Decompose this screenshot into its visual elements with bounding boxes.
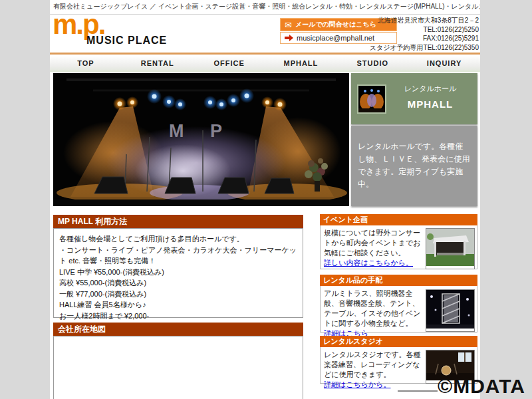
watermark-line [398,390,438,392]
company-fax: FAX:0126(25)5291 [370,34,479,43]
rental-goods-text: アルミトラス、照明機器全般、音響機器全般、テント、テーブル、イスその他イベントに… [324,289,421,327]
arrow-icon [285,35,293,41]
logo-text: MUSIC PLACE [86,35,167,47]
hall-info-line: ・コンサート・ライブ・ピアノ発表会・カラオケ大会・フリーマーケット etc. 音… [59,245,297,267]
hall-info-line: お一人様2時間まで ¥2,000- [59,311,297,322]
hall-info-line: 一般 ¥77,000-(消費税込み) [59,289,297,300]
map-heading: 会社所在地図 [53,323,303,336]
mail-button-label: メールでの問合せはこちら [295,20,376,29]
main-nav: TOP RENTAL OFFICE MPHALL STUDIO INQUIRY [50,56,480,72]
envelope-icon: ✉ [285,21,292,29]
outdoor-stage-photo [426,228,475,269]
event-planning-body: 規模については野外コンサートから町内会イベントまでお気軽にご相談ください。 詳し… [320,225,477,269]
event-planning-text: 規模については野外コンサートから町内会イベントまでお気軽にご相談ください。 [324,229,421,257]
map-placeholder [53,336,303,399]
nav-item-top[interactable]: TOP [50,56,122,70]
rental-studio-text: レンタルスタジオです。各種楽器練習、レコーディングなどに使用できます。 [324,350,421,378]
breadcrumb: 有限会社ミュージックプレイス ／ イベント企画・ステージ設営・音響・照明・総合レ… [50,0,480,15]
hall-info-line: LIVE 中学 ¥55,000-(消費税込み) [59,267,297,278]
hall-info-heading: MP HALL 利用方法 [53,215,303,228]
nav-item-inquiry[interactable]: INQUIRY [408,56,480,70]
rental-studio-heading: レンタルスタジオ [320,336,477,347]
rental-goods-heading: レンタル品の手配 [320,275,477,286]
company-contact-block: 北海道岩見沢市大和3条8丁目2－2 TEL:0126(22)5250 FAX:0… [370,16,479,52]
rental-goods-body: アルミトラス、照明機器全般、音響機器全般、テント、テーブル、イスその他イベントに… [320,286,477,332]
event-planning-link[interactable]: 詳しい内容はこちらから。 [324,258,413,268]
hall-info-line: HALL練習 会員5名様から♪ [59,299,297,311]
rental-hall-banner[interactable]: レンタルホール MPHALL [351,73,477,124]
header-divider [50,53,480,55]
hall-description: レンタルホールです。各種催し物、ＬＩＶＥ、発表会に使用できます。定期ライブも実施… [351,126,477,206]
stage-photo: M P [53,73,349,206]
hall-banner-label: レンタルホール [387,84,473,94]
nav-item-studio[interactable]: STUDIO [336,56,408,70]
rental-studio-link[interactable]: 詳細はこちらから。 [324,380,391,390]
watermark: ©MDATA [438,375,525,398]
hall-banner-name: MPHALL [387,98,473,110]
logo-mark: m.p. [53,11,104,38]
studio-tel: スタジオ予約専用TEL:0126(22)5350 [370,43,479,53]
email-address: musicplace@mphall.net [297,34,374,42]
nav-item-mphall[interactable]: MPHALL [265,56,336,70]
hall-info-line: 各種催し物会場としてご利用頂ける多目的ホールです。 [59,233,297,245]
nav-item-office[interactable]: OFFICE [194,56,265,70]
company-address: 北海道岩見沢市大和3条8丁目2－2 [370,16,479,25]
nav-item-rental[interactable]: RENTAL [122,56,194,70]
truss-photo [426,289,475,332]
stage-wall-logo: M P [169,121,233,141]
hall-thumbnail [357,84,386,114]
content-column: 有限会社ミュージックプレイス ／ イベント企画・ステージ設営・音響・照明・総合レ… [50,0,480,399]
hall-info-body: 各種催し物会場としてご利用頂ける多目的ホールです。 ・コンサート・ライブ・ピアノ… [53,228,303,318]
hall-info-line: 高校 ¥55,000-(消費税込み) [59,277,297,289]
company-tel: TEL:0126(22)5250 [370,25,479,35]
event-planning-heading: イベント企画 [320,214,477,225]
